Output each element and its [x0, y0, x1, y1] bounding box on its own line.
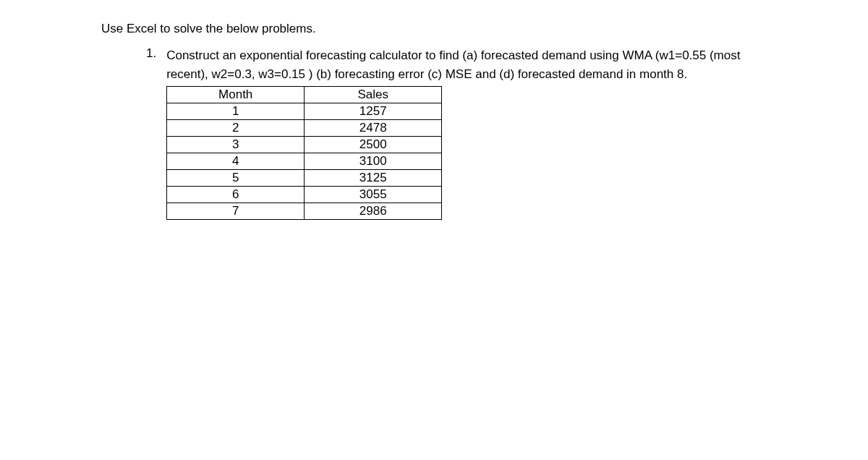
table-row: 3 2500 — [167, 137, 442, 153]
table-row: 2 2478 — [167, 120, 442, 137]
table-cell: 2986 — [305, 203, 442, 220]
table-cell: 1257 — [305, 103, 442, 120]
table-cell: 3 — [167, 137, 305, 153]
problem-number: 1. — [146, 46, 156, 220]
table-cell: 4 — [167, 153, 305, 170]
table-cell: 5 — [167, 170, 305, 187]
document-page: Use Excel to solve the below problems. 1… — [0, 22, 868, 460]
data-table: Month Sales 1 1257 2 2478 — [166, 86, 442, 220]
table-cell: 1 — [167, 103, 305, 120]
table-cell: 7 — [167, 203, 305, 220]
table-cell: 2500 — [305, 137, 442, 153]
table-row: 4 3100 — [167, 153, 442, 170]
table-row: 6 3055 — [167, 187, 442, 203]
table-cell: 2 — [167, 120, 305, 137]
table-row: 7 2986 — [167, 203, 442, 220]
table-header-row: Month Sales — [167, 87, 442, 103]
table-row: 1 1257 — [167, 103, 442, 120]
problem-list: 1. Construct an exponential forecasting … — [101, 46, 767, 220]
intro-text: Use Excel to solve the below problems. — [101, 22, 767, 36]
table-header-month: Month — [167, 87, 305, 103]
table-cell: 3100 — [305, 153, 442, 170]
table-row: 5 3125 — [167, 170, 442, 187]
problem-item: 1. Construct an exponential forecasting … — [146, 46, 767, 220]
table-cell: 6 — [167, 187, 305, 203]
problem-content: Construct an exponential forecasting cal… — [166, 46, 767, 220]
table-header-sales: Sales — [305, 87, 442, 103]
table-cell: 2478 — [305, 120, 442, 137]
problem-text: Construct an exponential forecasting cal… — [166, 46, 767, 83]
table-cell: 3125 — [305, 170, 442, 187]
table-cell: 3055 — [305, 187, 442, 203]
